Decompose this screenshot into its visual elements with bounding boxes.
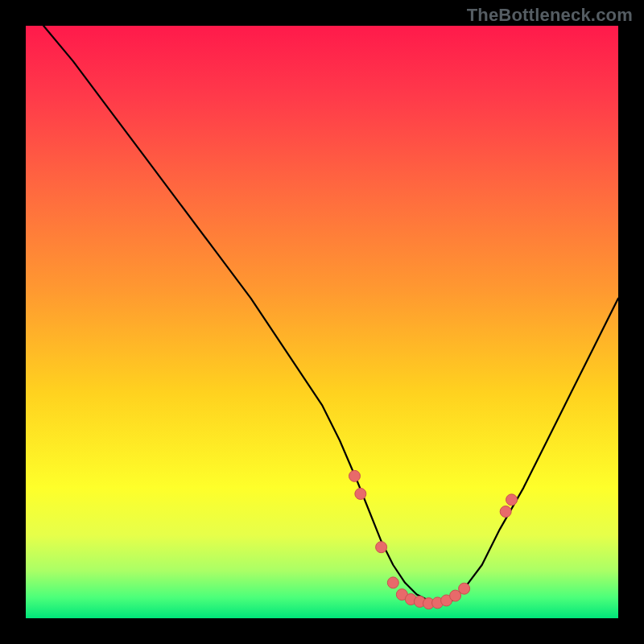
curve-marker xyxy=(459,583,470,594)
curve-marker xyxy=(506,494,518,506)
chart-frame: TheBottleneck.com xyxy=(0,0,644,644)
curve-marker xyxy=(387,577,398,588)
bottleneck-curve xyxy=(43,26,618,604)
curve-marker xyxy=(376,542,387,553)
curve-marker xyxy=(500,506,511,518)
curve-marker xyxy=(349,470,360,481)
curve-layer xyxy=(26,26,618,618)
plot-area xyxy=(26,26,618,618)
curve-markers xyxy=(349,470,517,609)
watermark-text: TheBottleneck.com xyxy=(467,5,633,26)
curve-marker xyxy=(355,488,366,499)
